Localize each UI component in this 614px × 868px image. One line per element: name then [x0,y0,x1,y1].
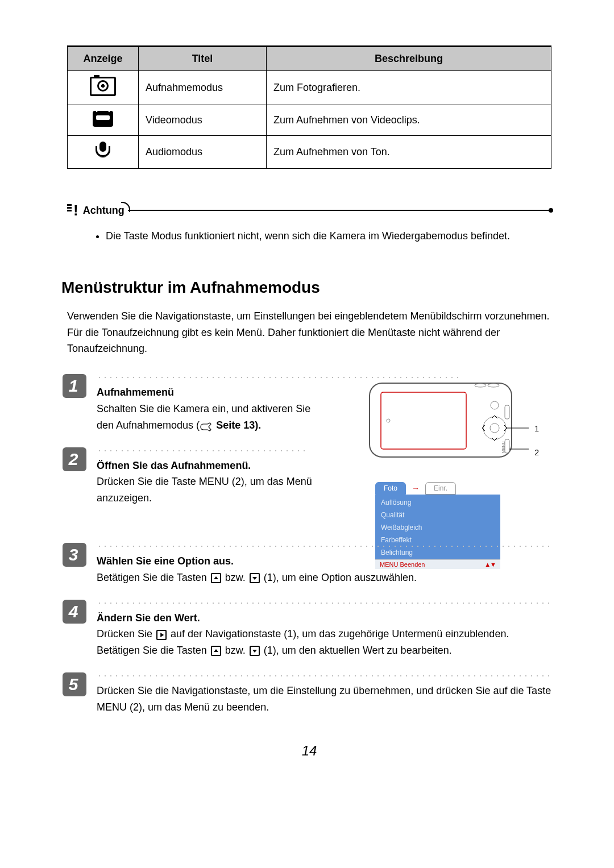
cell-titel: Audiomodus [139,136,267,169]
table-row: Videomodus Zum Aufnehmen von Videoclips. [68,105,551,136]
step-title: Öffnen Sie das Aufnahmemenü. [97,458,324,474]
audio-mode-icon [95,142,111,160]
step-2: 2 Öffnen Sie das Aufnahmemenü. Drücken S… [67,447,551,506]
section-heading: Menüstruktur im Aufnahmemodus [61,279,551,297]
step-number: 5 [63,672,86,696]
step-number: 4 [63,600,86,624]
table-header-titel: Titel [139,47,267,71]
cell-beschreibung: Zum Fotografieren. [267,71,551,105]
mode-table: Anzeige Titel Beschreibung Aufnahmemodus… [67,45,551,169]
step-title: Aufnahmemenü [97,384,324,401]
step-number: 3 [63,543,86,567]
table-header-beschreibung: Beschreibung [267,47,551,71]
section-paragraph: Verwenden Sie die Navigationstaste, um E… [67,308,551,357]
step-body: Drücken Sie auf der Navigationstaste (1)… [97,628,509,656]
step-body: Betätigen Sie die Tasten bzw. (1), um ei… [97,572,417,583]
step-number: 2 [63,447,86,471]
hand-pointer-icon [200,421,213,431]
attention-line [128,210,551,211]
attention-label: Achtung [83,205,125,217]
attention-icon: ! [67,203,78,218]
cell-titel: Aufnahmemodus [139,71,267,105]
step-title: Ändern Sie den Wert. [97,610,551,626]
dots-divider [97,545,551,547]
table-header-anzeige: Anzeige [68,47,139,71]
cell-beschreibung: Zum Aufnehmen von Ton. [267,136,551,169]
menu-item: Weißabgleich [375,522,500,534]
step-number: 1 [63,374,86,398]
attention-box: ! Achtung Die Taste Modus funktioniert n… [67,203,551,244]
menu-item: Qualität [375,509,500,522]
table-row: Audiomodus Zum Aufnehmen von Ton. [68,136,551,169]
page-number: 14 [67,743,551,759]
step-3: 3 Wählen Sie eine Option aus. Betätigen … [67,543,551,586]
video-mode-icon [93,111,113,127]
down-key-icon [250,573,260,583]
step-5: 5 Drücken Sie die Navigationstaste, um d… [67,672,551,716]
dots-divider [97,675,551,677]
camera-mode-icon [90,77,116,96]
cell-titel: Videomodus [139,105,267,136]
page-reference: Seite 13). [213,420,261,431]
up-key-icon [211,646,221,656]
dots-divider [97,602,551,604]
step-title: Wählen Sie eine Option aus. [97,553,551,570]
up-key-icon [211,573,221,583]
cell-beschreibung: Zum Aufnehmen von Videoclips. [267,105,551,136]
step-body: Drücken Sie die Taste MENU (2), um das M… [97,476,312,504]
play-key-icon [156,630,167,640]
step-1: 1 Aufnahmemenü Schalten Sie die Kamera e… [67,374,551,433]
step-body: Drücken Sie die Navigationstaste, um die… [97,685,551,713]
dots-divider [97,376,460,379]
dots-divider [97,450,307,452]
down-key-icon [250,646,260,656]
attention-bullet: Die Taste Modus funktioniert nicht, wenn… [106,228,551,244]
step-4: 4 Ändern Sie den Wert. Drücken Sie auf d… [67,600,551,659]
table-row: Aufnahmemodus Zum Fotografieren. [68,71,551,105]
